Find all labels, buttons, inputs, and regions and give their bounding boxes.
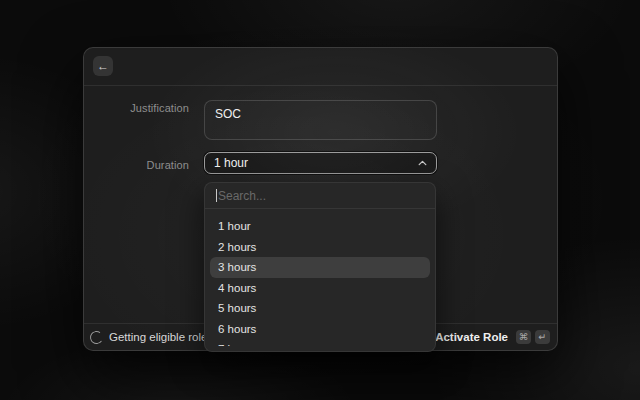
duration-label: Duration — [84, 159, 189, 171]
duration-options-list: 1 hour 2 hours 3 hours 4 hours 5 hours 6… — [205, 209, 435, 346]
arrow-left-icon: ← — [97, 59, 109, 73]
back-button[interactable]: ← — [93, 56, 113, 76]
window-header: ← — [84, 48, 557, 86]
dropdown-option-3-hours[interactable]: 3 hours — [210, 257, 430, 278]
dropdown-option-7-hours[interactable]: 7 hours — [210, 339, 430, 346]
return-key-icon: ↵ — [535, 330, 550, 344]
role-activation-window: ← Justification SOC Duration 1 hour 1 ho… — [83, 47, 558, 351]
duration-select[interactable]: 1 hour — [204, 152, 437, 174]
chevron-up-icon — [418, 160, 427, 166]
dropdown-search-row — [205, 183, 435, 208]
justification-value: SOC — [215, 107, 241, 121]
duration-selected-value: 1 hour — [214, 156, 418, 170]
activate-role-action[interactable]: Activate Role ⌘ ↵ — [435, 330, 550, 344]
command-key-icon: ⌘ — [516, 330, 531, 344]
dropdown-option-5-hours[interactable]: 5 hours — [210, 298, 430, 319]
dropdown-option-1-hour[interactable]: 1 hour — [210, 216, 430, 237]
footer-status: Getting eligible roles... — [90, 331, 223, 344]
dropdown-option-2-hours[interactable]: 2 hours — [210, 237, 430, 258]
text-cursor — [216, 189, 217, 202]
justification-input[interactable]: SOC — [204, 100, 437, 140]
dropdown-option-6-hours[interactable]: 6 hours — [210, 319, 430, 340]
duration-dropdown-panel: 1 hour 2 hours 3 hours 4 hours 5 hours 6… — [204, 182, 436, 352]
dropdown-search-input[interactable] — [205, 183, 435, 208]
desktop-wallpaper: ← Justification SOC Duration 1 hour 1 ho… — [0, 0, 640, 400]
justification-label: Justification — [84, 102, 189, 114]
activate-role-label: Activate Role — [435, 331, 508, 343]
loading-spinner-icon — [89, 329, 104, 344]
dropdown-option-4-hours[interactable]: 4 hours — [210, 278, 430, 299]
